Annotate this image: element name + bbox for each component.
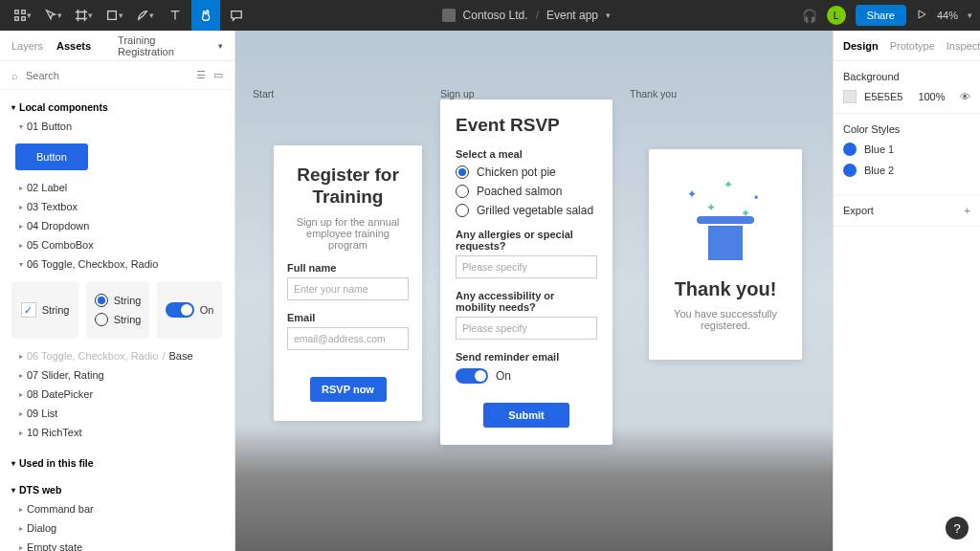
fullname-label: Full name [287,262,409,274]
text-tool[interactable] [161,0,189,31]
start-title: Register for Training [287,165,409,209]
comp-toggle[interactable]: 06 Toggle, Checkbox, Radio [0,254,234,274]
celebration-icon: ✦ ✦ • ✦ ✦ [678,178,773,264]
radio-icon[interactable] [456,165,469,179]
section-local[interactable]: Local components [0,98,234,117]
comp-button[interactable]: 01 Button [0,117,234,136]
hand-tool[interactable] [191,0,220,31]
button-demo[interactable]: Button [15,143,88,170]
comp-richtext[interactable]: 10 RichText [0,423,234,442]
zoom-level[interactable]: 44% [937,10,958,21]
comp-slider[interactable]: 07 Slider, Rating [0,365,234,385]
checkbox-variant[interactable]: ✓String [11,281,78,339]
comment-tool[interactable] [222,0,251,31]
frame-label-signup[interactable]: Sign up [440,88,475,99]
canvas[interactable]: Start Register for Training Sign up for … [235,31,833,551]
colorstyles-title: Color Styles [843,123,970,135]
comp-path: 06 Toggle, Checkbox, Radio / Base [0,346,234,365]
headphones-icon[interactable]: 🎧 [802,9,817,23]
shape-tool[interactable]: ▾ [100,0,128,31]
frame-label-thanks[interactable]: Thank you [630,88,677,99]
avatar[interactable]: L [827,6,846,25]
file-name[interactable]: Event app [546,9,598,22]
left-panel: Layers Assets Training Registration ▾ ⌕ … [0,31,235,551]
access-label: Any accessibility or mobility needs? [456,290,597,313]
comp-label[interactable]: 02 Label [0,178,234,197]
radio-icon[interactable] [456,185,469,198]
comp-commandbar[interactable]: Command bar [0,499,234,518]
breadcrumb: Contoso Ltd. / Event app ▾ [251,9,802,22]
artboard-thanks[interactable]: ✦ ✦ • ✦ ✦ Thank you! You have successful… [649,149,802,360]
topbar-actions: 🎧 L Share 44% ▾ [802,5,972,26]
bg-swatch[interactable] [843,90,857,103]
move-tool[interactable]: ▾ [38,0,67,31]
submit-button[interactable]: Submit [483,403,569,428]
top-toolbar: ▾ ▾ ▾ ▾ ▾ Contoso Ltd. / Event app ▾ 🎧 L… [0,0,980,31]
menu-tool[interactable]: ▾ [8,0,36,31]
pen-tool[interactable]: ▾ [130,0,159,31]
search-icon: ⌕ [11,70,18,81]
comp-dialog[interactable]: Dialog [0,518,234,538]
toggle-variant[interactable]: On [157,281,222,339]
variant-previews: ✓String String String On [0,274,234,346]
rsvp-button[interactable]: RSVP now [310,377,387,402]
current-frame[interactable]: Training Registration [118,34,205,57]
tab-assets[interactable]: Assets [56,40,91,52]
plus-icon[interactable]: + [965,205,970,216]
bg-hex[interactable]: E5E5E5 [864,91,902,102]
help-button[interactable]: ? [946,517,969,540]
present-icon[interactable] [916,9,927,22]
svg-rect-0 [14,11,18,14]
email-input[interactable]: email@address.com [287,327,409,350]
radio-variant[interactable]: String String [86,281,149,339]
meal-label: Select a meal [456,148,597,160]
color-style-2[interactable]: Blue 2 [843,164,970,177]
section-dts[interactable]: DTS web [0,480,234,499]
tab-inspect[interactable]: Inspect [947,40,980,52]
allergies-input[interactable]: Please specify [456,255,597,278]
comp-datepicker[interactable]: 08 DatePicker [0,385,234,404]
artboard-signup[interactable]: Event RSVP Select a meal Chicken pot pie… [440,99,612,445]
allergies-label: Any allergies or special requests? [456,229,597,252]
start-sub: Sign up for the annual employee training… [287,216,409,251]
export-label: Export [843,205,874,216]
fullname-input[interactable]: Enter your name [287,277,409,300]
svg-rect-3 [21,17,25,21]
comp-empty[interactable]: Empty state [0,538,234,551]
org-name[interactable]: Contoso Ltd. [463,9,528,22]
tab-prototype[interactable]: Prototype [890,40,935,52]
reminder-label: Send reminder email [456,351,597,363]
toggle-icon[interactable] [456,368,488,384]
tab-design[interactable]: Design [843,40,879,52]
svg-rect-4 [107,11,116,20]
frame-tool[interactable]: ▾ [69,0,98,31]
svg-rect-1 [21,11,25,14]
frame-label-start[interactable]: Start [253,88,274,99]
eye-icon[interactable]: 👁 [960,91,970,102]
search-input[interactable] [26,70,189,81]
bg-title: Background [843,71,970,82]
button-preview: Button [0,136,234,178]
list-view-icon[interactable]: ☰ [196,69,206,81]
artboard-start[interactable]: Register for Training Sign up for the an… [274,145,422,421]
tool-group: ▾ ▾ ▾ ▾ ▾ [8,0,251,31]
right-panel: Design Prototype Inspect Background E5E5… [833,31,980,551]
comp-combobox[interactable]: 05 ComboBox [0,235,234,254]
comp-list[interactable]: 09 List [0,404,234,423]
radio-icon[interactable] [456,204,469,217]
share-button[interactable]: Share [856,5,906,26]
color-style-1[interactable]: Blue 1 [843,143,970,156]
email-label: Email [287,312,409,323]
tab-layers[interactable]: Layers [11,40,43,52]
thanks-sub: You have successfully registered. [662,308,789,331]
comp-dropdown[interactable]: 04 Dropdown [0,216,234,235]
section-used[interactable]: Used in this file [0,453,234,473]
svg-rect-2 [14,17,18,21]
book-icon[interactable]: ▭ [213,69,223,81]
bg-pct[interactable]: 100% [918,91,945,102]
org-logo [442,9,456,22]
thanks-title: Thank you! [662,277,789,300]
comp-textbox[interactable]: 03 Textbox [0,197,234,216]
access-input[interactable]: Please specify [456,317,597,340]
signup-title: Event RSVP [456,115,597,137]
